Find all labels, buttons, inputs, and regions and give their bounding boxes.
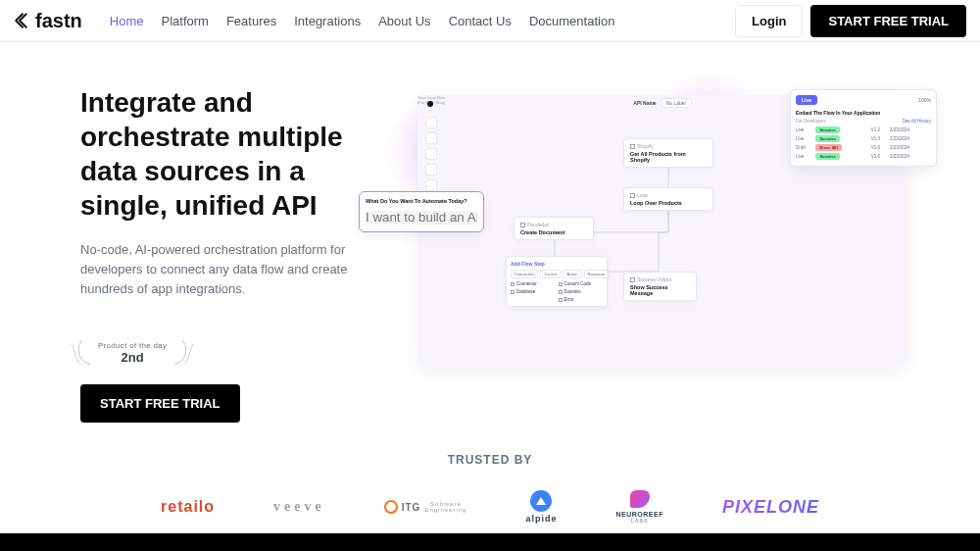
- prompt-card: What Do You Want To Automate Today?: [359, 191, 484, 232]
- history-table: LiveSuccessV1.22/23/2024 LiveSuccessV1.0…: [796, 125, 931, 161]
- flow-panel-title: Add Flow Step: [511, 261, 603, 267]
- hero-illustration: API Name No Label Shopify Get All Produc…: [374, 85, 900, 423]
- nav-documentation[interactable]: Documentation: [529, 14, 614, 28]
- header-left: fastn Home Platform Features Integration…: [14, 10, 614, 32]
- doc-icon: [520, 223, 525, 227]
- nav-contact[interactable]: Contact Us: [449, 14, 512, 28]
- header-trial-button[interactable]: START FREE TRIAL: [810, 5, 966, 37]
- hero: Integrate and orchestrate multiple data …: [0, 42, 980, 423]
- for-devs-label: For Developers: [796, 119, 826, 124]
- nav-integrations[interactable]: Integrations: [294, 14, 361, 28]
- live-panel: Live 100% Embed The Flow In Your Applica…: [790, 89, 937, 167]
- success-icon: [630, 277, 635, 282]
- database-icon: [511, 290, 514, 294]
- trusted-label: TRUSTED BY: [0, 453, 980, 467]
- api-name-label: API Name: [633, 100, 656, 106]
- logo-alpide: alpide: [525, 490, 557, 524]
- logo-itg: ITG SoftwareEngineering: [384, 500, 467, 514]
- no-label-pill: No Label: [661, 98, 692, 108]
- check-icon: [559, 290, 563, 294]
- hero-trial-button[interactable]: START FREE TRIAL: [80, 384, 240, 423]
- itg-circle-icon: [384, 500, 398, 514]
- logo-retailo: retailo: [161, 498, 215, 516]
- menu-icon: [427, 101, 433, 107]
- hero-subtitle: No-code, AI-powered orchestration platfo…: [80, 240, 355, 299]
- neuroreef-icon: [630, 490, 650, 508]
- nav-features[interactable]: Features: [226, 14, 276, 28]
- logo-icon: [14, 12, 31, 29]
- logo-text: fastn: [35, 10, 82, 32]
- add-flow-panel: Add Flow Step Connectors Control Action …: [506, 256, 608, 307]
- login-button[interactable]: Login: [735, 5, 803, 37]
- loop-icon: [630, 193, 635, 198]
- alpide-icon: [530, 490, 552, 512]
- table-row: LiveSuccessV1.02/23/2024: [796, 134, 931, 143]
- logos-row: retailo veeve ITG SoftwareEngineering al…: [0, 490, 980, 524]
- tool-icon: [425, 164, 437, 175]
- node-document: Pandadoc Create Document: [514, 217, 594, 240]
- nav-platform[interactable]: Platform: [161, 14, 208, 28]
- tool-icon: [425, 179, 437, 191]
- zoom-level: 100%: [918, 97, 931, 103]
- table-row: LiveSuccessV1.02/23/2024: [796, 152, 931, 161]
- table-row: DraftError: 401V1.02/23/2024: [796, 143, 931, 152]
- see-history-link: See All History: [903, 119, 931, 124]
- tool-icon: [425, 132, 437, 144]
- live-button: Live: [796, 95, 817, 105]
- logo-veeve: veeve: [273, 499, 325, 515]
- embed-title: Embed The Flow In Your Application: [796, 110, 931, 116]
- flow-tabs: Connectors Control Action Response: [511, 270, 603, 278]
- node-loop: Loop Loop Over Products: [623, 187, 713, 211]
- header: fastn Home Platform Features Integration…: [0, 0, 980, 42]
- node-success: Success Output Show Success Message: [623, 272, 697, 301]
- hero-title: Integrate and orchestrate multiple data …: [80, 85, 355, 223]
- badge-label: Product of the day: [98, 341, 167, 350]
- code-icon: [559, 282, 563, 286]
- logo[interactable]: fastn: [14, 10, 82, 32]
- canvas-toolbar: [425, 117, 439, 191]
- footer-strip: [0, 533, 980, 551]
- connector-icon: [511, 282, 514, 286]
- header-right: Login START FREE TRIAL: [735, 5, 966, 37]
- product-canvas: API Name No Label Shopify Get All Produc…: [417, 95, 907, 366]
- hero-left: Integrate and orchestrate multiple data …: [80, 85, 355, 423]
- product-hunt-badge: Product of the day 2nd: [80, 339, 184, 367]
- nav-home[interactable]: Home: [110, 14, 144, 28]
- logo-neuroreef: NEUROREEF LABS: [615, 490, 662, 524]
- main-nav: Home Platform Features Integrations Abou…: [110, 14, 615, 28]
- badge-rank: 2nd: [122, 350, 144, 365]
- tool-icon: [425, 148, 437, 160]
- error-icon: [559, 298, 563, 302]
- prompt-input[interactable]: [366, 211, 477, 225]
- tool-icon: [425, 117, 437, 128]
- table-row: LiveSuccessV1.22/23/2024: [796, 125, 931, 134]
- node-shopify: Shopify Get All Products from Shopify: [623, 138, 713, 168]
- nav-about[interactable]: About Us: [378, 14, 430, 28]
- prompt-question: What Do You Want To Automate Today?: [366, 198, 477, 204]
- trusted-section: TRUSTED BY retailo veeve ITG SoftwareEng…: [0, 453, 980, 524]
- shopify-icon: [630, 144, 635, 149]
- logo-pixelone: PIXELONE: [722, 497, 819, 518]
